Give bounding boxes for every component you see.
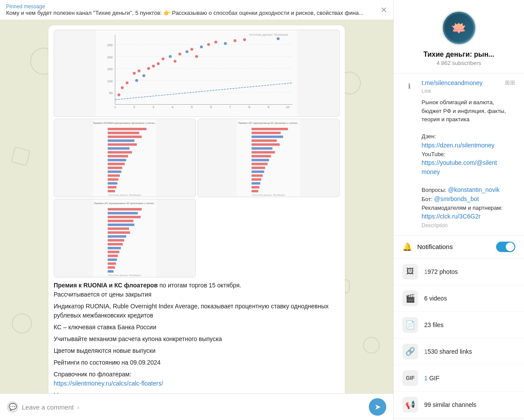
links-row[interactable]: 🔗 1530 shared links (394, 338, 524, 365)
forward-button[interactable]: ➤ (369, 398, 386, 416)
similar-channels-row[interactable]: 📢 99 similar channels (394, 392, 524, 418)
svg-point-40 (143, 74, 146, 77)
svg-text:Источник данных: МосБиржа: Источник данных: МосБиржа (109, 274, 142, 277)
message-para3: Учитывайте механизм расчета купона конкр… (54, 335, 340, 344)
leave-comment-label: Leave a comment (22, 403, 74, 411)
svg-text:4: 4 (172, 105, 174, 109)
svg-point-44 (162, 58, 165, 61)
svg-text:Премия к RUOMA корпоративных ф: Премия к RUOMA корпоративных флоатеров с… (93, 122, 157, 124)
channel-name: Тихие деньги: рын... (423, 51, 494, 58)
svg-rect-68 (108, 155, 128, 157)
link-sublabel: Link (422, 88, 431, 94)
bot-label: Бот: (422, 196, 432, 202)
description-label: Description (422, 222, 448, 229)
bar-chart-2: Премия к КС корпоративные КС-флоатеры с … (197, 119, 340, 197)
channel-header: 🪷 Тихие деньги: рын... 4 862 subscribers (394, 0, 524, 74)
forward-icon: ➤ (374, 402, 381, 412)
svg-text:250: 250 (107, 43, 113, 47)
qr-code-button[interactable]: ⊞⊞ (505, 79, 515, 86)
files-icon: 📄 (402, 317, 418, 333)
svg-rect-67 (108, 151, 132, 154)
youtube-label: YouTube: (422, 151, 446, 157)
svg-point-37 (133, 72, 136, 75)
message-images: 50 100 150 200 250 1 2 3 4 5 6 7 8 (54, 30, 340, 277)
svg-text:Премия к КС корпоративных КС-ф: Премия к КС корпоративных КС-флоатеров с… (94, 202, 156, 205)
svg-point-42 (152, 65, 155, 68)
questions-mention[interactable]: @konstantin_novik (448, 186, 500, 193)
ads-link[interactable]: https://clck.ru/3C6G2r (422, 213, 480, 220)
chevron-right-icon: › (77, 403, 79, 411)
svg-rect-81 (252, 128, 288, 130)
pinned-content: Pinned message Кому и чем будет полезен … (6, 3, 376, 16)
svg-rect-70 (108, 163, 125, 165)
dzen-link[interactable]: https://dzen.ru/silentmoney (422, 142, 494, 149)
svg-text:Премия к КС корпоративные КС-ф: Премия к КС корпоративные КС-флоатеры с … (238, 122, 299, 124)
svg-rect-97 (252, 190, 259, 192)
svg-point-56 (243, 38, 246, 41)
files-row[interactable]: 📄 23 files (394, 312, 524, 338)
chat-panel: Pinned message Кому и чем будет полезен … (0, 0, 393, 420)
svg-point-43 (157, 62, 160, 65)
info-panel: 🪷 Тихие деньги: рын... 4 862 subscribers… (393, 0, 524, 420)
join-channel-row[interactable]: Join Channel (394, 418, 524, 420)
svg-rect-102 (108, 212, 138, 215)
svg-text:200: 200 (107, 55, 113, 59)
svg-rect-59 (93, 119, 157, 197)
bell-icon: 🔔 (402, 242, 412, 252)
svg-text:100: 100 (107, 79, 113, 83)
svg-point-48 (186, 50, 189, 53)
svg-rect-90 (252, 163, 268, 165)
svg-point-54 (224, 42, 227, 45)
svg-point-41 (147, 67, 150, 70)
svg-rect-95 (252, 182, 260, 185)
avatar-lotus-icon: 🪷 (451, 21, 466, 35)
svg-point-36 (126, 82, 129, 85)
photos-label: 1972 photos (424, 268, 458, 275)
close-pinned-button[interactable]: ✕ (381, 6, 387, 14)
svg-point-47 (178, 53, 181, 56)
photos-row[interactable]: 🖼 1972 photos (394, 259, 524, 285)
svg-text:Источник данных: МосБиржа: Источник данных: МосБиржа (249, 33, 288, 37)
svg-rect-89 (252, 159, 269, 161)
svg-rect-79 (237, 119, 300, 197)
channel-link[interactable]: t.me/silenceandmoney (422, 79, 483, 86)
channel-info-section: ℹ t.me/silenceandmoney Link ⊞⊞ Рынок обл… (394, 74, 524, 236)
youtube-link[interactable]: https://youtube.com/@silent money (422, 159, 497, 175)
channel-description-content: Рынок облигаций и валюта, бюджет РФ и ин… (402, 98, 515, 230)
links-icon: 🔗 (402, 344, 418, 359)
svg-rect-111 (108, 247, 121, 249)
videos-icon: 🎬 (402, 290, 418, 306)
svg-text:10: 10 (286, 105, 290, 109)
svg-rect-101 (108, 208, 142, 211)
message-title-rest: по итогам торгов 15 октября. (158, 282, 242, 289)
svg-rect-110 (108, 243, 122, 246)
svg-rect-105 (108, 224, 134, 226)
svg-rect-74 (108, 178, 118, 181)
links-label: 1530 shared links (424, 348, 472, 355)
svg-point-38 (135, 79, 138, 82)
svg-text:150: 150 (107, 67, 113, 71)
svg-rect-103 (108, 216, 141, 219)
svg-rect-92 (252, 171, 264, 173)
chat-scroll-area[interactable]: 50 100 150 200 250 1 2 3 4 5 6 7 8 (0, 20, 393, 393)
notifications-toggle[interactable] (496, 242, 515, 252)
bar-chart-3: Премия к КС корпоративных КС-флоатеров с… (54, 199, 196, 277)
channel-link-row: ℹ t.me/silenceandmoney Link ⊞⊞ (402, 79, 515, 95)
bot-mention[interactable]: @smrbonds_bot (434, 195, 479, 202)
notifications-label: Notifications (417, 243, 491, 250)
svg-rect-112 (108, 251, 119, 253)
videos-row[interactable]: 🎬 6 videos (394, 285, 524, 312)
message-text: Премия к RUONIA и КС флоатеров по итогам… (54, 281, 340, 393)
channel-description-row: Рынок облигаций и валюта, бюджет РФ и ин… (402, 98, 515, 230)
leave-comment-button[interactable]: 💬 Leave a comment › (7, 401, 79, 413)
svg-text:5: 5 (191, 105, 193, 109)
floater-link[interactable]: https://silentmoney.ru/calcs/calc-floate… (54, 380, 163, 387)
gif-row[interactable]: GIF 1 GIF (394, 365, 524, 392)
svg-rect-93 (252, 174, 263, 177)
svg-rect-88 (252, 155, 271, 157)
svg-rect-115 (108, 263, 116, 265)
bar-chart-1: Премия к RUOMA корпоративных флоатеров с… (54, 119, 196, 197)
svg-point-49 (191, 48, 194, 51)
pinned-message-bar[interactable]: Pinned message Кому и чем будет полезен … (0, 0, 393, 20)
svg-rect-64 (108, 140, 134, 142)
